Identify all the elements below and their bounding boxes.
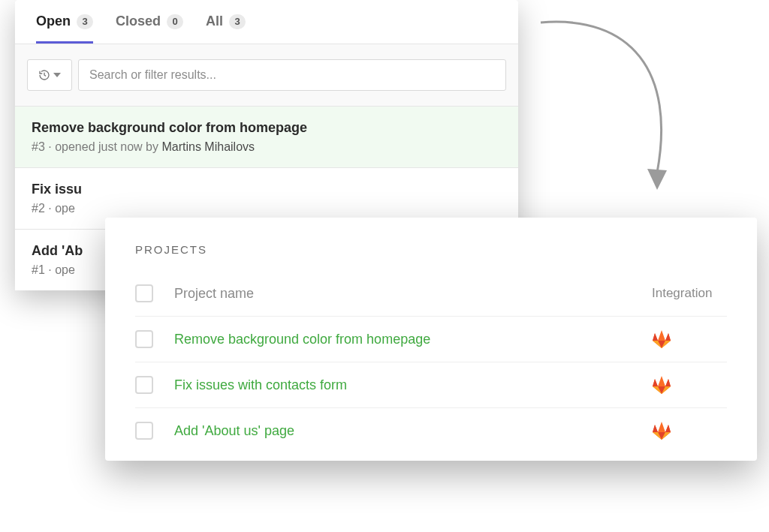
- tab-all[interactable]: All 3: [206, 14, 246, 44]
- projects-panel: PROJECTS Project name Integration Remove…: [105, 218, 757, 461]
- issue-meta: #2 · ope: [32, 202, 502, 215]
- project-name[interactable]: Remove background color from homepage: [174, 332, 631, 347]
- row-checkbox[interactable]: [135, 330, 153, 348]
- project-row[interactable]: Add 'About us' page: [135, 408, 727, 453]
- project-name[interactable]: Fix issues with contacts form: [174, 377, 631, 393]
- chevron-down-icon: [53, 73, 61, 77]
- integration-cell: [652, 376, 727, 394]
- issue-meta-prefix: ope: [55, 263, 75, 276]
- search-bar: [15, 44, 518, 107]
- history-icon: [38, 69, 50, 81]
- project-name[interactable]: Add 'About us' page: [174, 423, 631, 439]
- integration-cell: [652, 422, 727, 440]
- gitlab-icon: [652, 330, 671, 348]
- row-checkbox[interactable]: [135, 422, 153, 440]
- gitlab-icon: [652, 422, 671, 440]
- gitlab-icon: [652, 376, 671, 394]
- tab-open[interactable]: Open 3: [36, 14, 93, 44]
- issue-ref: #3: [32, 140, 45, 153]
- arrow-icon: [526, 4, 698, 206]
- issue-meta-prefix: opened just now by: [55, 140, 158, 153]
- issue-tabs: Open 3 Closed 0 All 3: [15, 0, 518, 44]
- projects-table: Project name Integration Remove backgrou…: [135, 271, 727, 453]
- select-all-checkbox[interactable]: [135, 284, 153, 302]
- history-dropdown-button[interactable]: [27, 59, 72, 91]
- tab-all-label: All: [206, 14, 223, 29]
- tab-closed-label: Closed: [116, 14, 161, 29]
- projects-heading: PROJECTS: [135, 243, 727, 256]
- issue-meta-prefix: ope: [55, 202, 75, 215]
- issue-ref: #1: [32, 263, 45, 276]
- svg-marker-0: [647, 169, 667, 190]
- issue-meta: #3 · opened just now by Martins Mihailov…: [32, 140, 502, 154]
- issue-ref: #2: [32, 202, 45, 215]
- search-input[interactable]: [78, 59, 506, 91]
- project-row[interactable]: Remove background color from homepage: [135, 317, 727, 362]
- tab-closed-count: 0: [167, 14, 183, 29]
- tab-all-count: 3: [229, 14, 246, 29]
- issue-title: Fix issu: [32, 182, 502, 197]
- project-row[interactable]: Fix issues with contacts form: [135, 362, 727, 408]
- column-project-name: Project name: [174, 286, 631, 302]
- column-integration: Integration: [652, 286, 727, 301]
- tab-open-label: Open: [36, 14, 71, 29]
- issue-title: Remove background color from homepage: [32, 120, 502, 136]
- tab-open-count: 3: [77, 14, 93, 29]
- tab-closed[interactable]: Closed 0: [116, 14, 183, 44]
- issue-row[interactable]: Remove background color from homepage #3…: [15, 107, 518, 168]
- integration-cell: [652, 330, 727, 348]
- issue-author: Martins Mihailovs: [161, 140, 255, 153]
- projects-table-header: Project name Integration: [135, 271, 727, 317]
- row-checkbox[interactable]: [135, 376, 153, 394]
